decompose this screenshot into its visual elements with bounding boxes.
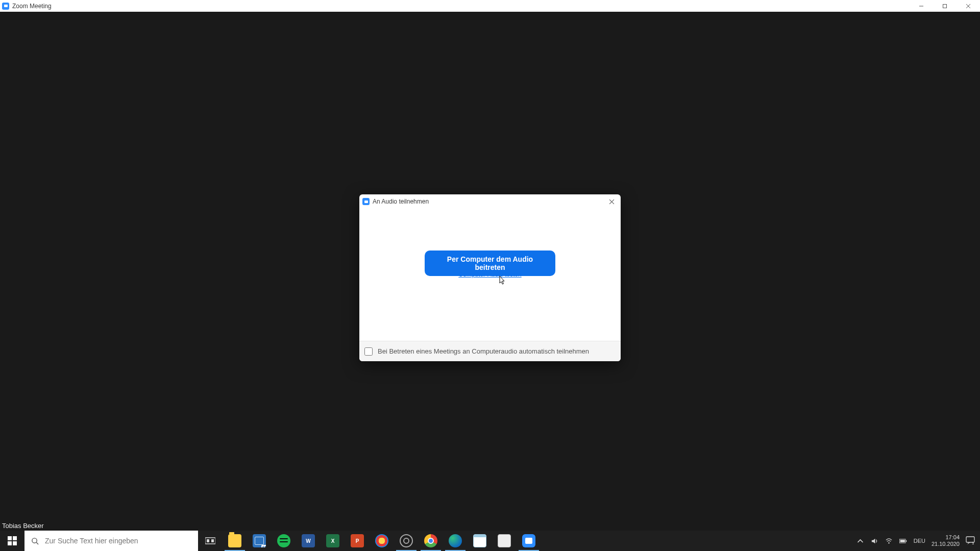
notepad-icon [473,534,486,547]
dialog-body: Per Computer dem Audio beitreten Compute… [359,209,621,341]
dialog-footer: Bei Betreten eines Meetings an Computera… [359,341,621,361]
wifi-icon[interactable] [885,537,893,545]
word-icon: W [302,534,315,547]
window-close-button[interactable] [957,0,980,12]
clock-date: 21.10.2020 [932,541,960,547]
participant-name-label: Tobias Becker [2,522,44,530]
zoom-app-icon [2,3,9,10]
window-controls [910,0,980,12]
excel-icon: X [326,534,339,547]
taskbar-item-chrome[interactable] [419,531,443,551]
svg-point-10 [32,538,36,542]
powerpoint-icon: P [351,534,364,547]
zoom-icon [522,534,535,547]
svg-rect-8 [8,541,12,545]
test-computer-audio-link[interactable]: Computer-Audio testen [458,271,521,278]
svg-point-15 [888,542,889,543]
start-button[interactable] [0,531,24,551]
join-audio-dialog: An Audio teilnehmen Per Computer dem Aud… [359,194,621,361]
task-view-icon [204,534,217,547]
svg-rect-1 [943,4,947,8]
windows-taskbar: Zur Suche Text hier eingeben 69 W X P DE… [0,531,980,551]
taskbar-item-app-2[interactable] [492,531,517,551]
spotify-icon [277,534,290,547]
taskbar-item-mail[interactable]: 69 [247,531,272,551]
window-maximize-button[interactable] [933,0,957,12]
svg-rect-17 [906,540,907,541]
svg-rect-7 [13,536,17,540]
chrome-icon [424,534,437,547]
svg-rect-6 [8,536,12,540]
cursor-icon [498,276,506,286]
mail-badge: 69 [261,545,266,547]
taskbar-clock[interactable]: 17:04 21.10.2020 [932,534,960,547]
taskbar-item-excel[interactable]: X [321,531,345,551]
auto-join-audio-checkbox[interactable] [364,347,373,356]
folder-icon [228,534,241,547]
clock-time: 17:04 [932,534,960,541]
app-title: Zoom Meeting [12,3,52,10]
obs-icon [400,534,413,547]
taskbar-item-file-explorer[interactable] [223,531,247,551]
edge-icon [449,534,462,547]
circle-multicolor-icon [375,534,388,547]
svg-text:1: 1 [972,541,974,545]
action-center-button[interactable]: 1 [966,536,976,546]
tray-overflow-button[interactable] [856,537,865,545]
taskbar-item-app-1[interactable] [370,531,394,551]
task-view-button[interactable] [198,531,223,551]
mail-icon: 69 [253,534,266,547]
svg-rect-18 [900,540,905,542]
auto-join-audio-label: Bei Betreten eines Meetings an Computera… [378,347,589,355]
system-tray: DEU 17:04 21.10.2020 1 [852,531,980,551]
window-minimize-button[interactable] [910,0,933,12]
zoom-app-icon [362,198,370,205]
svg-rect-9 [13,541,17,545]
taskbar-search[interactable]: Zur Suche Text hier eingeben [24,531,198,551]
dialog-titlebar: An Audio teilnehmen [359,194,621,209]
svg-rect-13 [207,539,209,542]
search-icon [24,537,45,545]
document-icon [498,534,511,547]
taskbar-item-notepad[interactable] [468,531,492,551]
svg-rect-14 [211,539,214,542]
taskbar-pinned-apps: 69 W X P [198,531,541,551]
taskbar-item-edge[interactable] [443,531,468,551]
taskbar-item-spotify[interactable] [272,531,296,551]
taskbar-item-zoom[interactable] [517,531,541,551]
dialog-title: An Audio teilnehmen [373,198,429,205]
input-language-indicator[interactable]: DEU [914,538,925,544]
taskbar-item-powerpoint[interactable]: P [345,531,370,551]
svg-line-11 [36,542,38,544]
app-titlebar: Zoom Meeting [0,0,980,12]
meeting-canvas: Tobias Becker An Audio teilnehmen Per Co… [0,12,980,531]
volume-icon[interactable] [871,537,879,545]
taskbar-item-obs[interactable] [394,531,419,551]
battery-icon[interactable] [899,537,908,545]
taskbar-search-placeholder: Zur Suche Text hier eingeben [45,537,138,545]
dialog-close-button[interactable] [605,195,618,208]
taskbar-item-word[interactable]: W [296,531,321,551]
